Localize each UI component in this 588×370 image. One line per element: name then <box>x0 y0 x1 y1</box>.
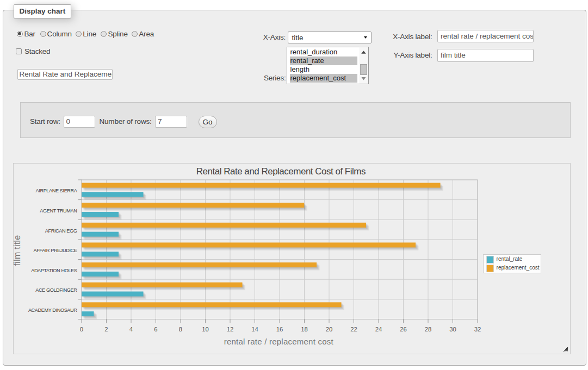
svg-text:ACE GOLDFINGER: ACE GOLDFINGER <box>35 287 77 293</box>
svg-text:30: 30 <box>449 326 456 333</box>
svg-text:26: 26 <box>400 326 407 333</box>
svg-text:film title: film title <box>13 235 22 266</box>
svg-text:10: 10 <box>202 326 209 333</box>
svg-text:Rental Rate and Replacement Co: Rental Rate and Replacement Cost of Film… <box>196 166 366 177</box>
svg-text:ACADEMY DINOSAUR: ACADEMY DINOSAUR <box>28 308 77 313</box>
svg-text:16: 16 <box>276 326 283 333</box>
svg-text:2: 2 <box>104 326 108 333</box>
svg-text:22: 22 <box>350 326 357 333</box>
svg-text:AFRICAN EGG: AFRICAN EGG <box>45 228 77 234</box>
svg-text:24: 24 <box>375 326 382 333</box>
svg-text:4: 4 <box>129 326 133 333</box>
svg-text:18: 18 <box>301 326 308 333</box>
svg-text:12: 12 <box>227 326 234 333</box>
svg-text:32: 32 <box>474 326 481 333</box>
svg-text:8: 8 <box>179 326 182 333</box>
svg-text:rental rate / replacement cost: rental rate / replacement cost <box>224 337 334 346</box>
svg-text:AFFAIR PREJUDICE: AFFAIR PREJUDICE <box>33 248 77 253</box>
svg-text:AGENT TRUMAN: AGENT TRUMAN <box>40 208 77 214</box>
svg-text:AIRPLANE SIERRA: AIRPLANE SIERRA <box>36 188 78 193</box>
svg-text:14: 14 <box>251 326 258 333</box>
svg-text:28: 28 <box>425 326 432 333</box>
svg-text:0: 0 <box>80 326 83 333</box>
svg-text:20: 20 <box>326 326 333 333</box>
svg-text:6: 6 <box>154 326 157 333</box>
svg-text:ADAPTATION HOLES: ADAPTATION HOLES <box>31 268 77 273</box>
